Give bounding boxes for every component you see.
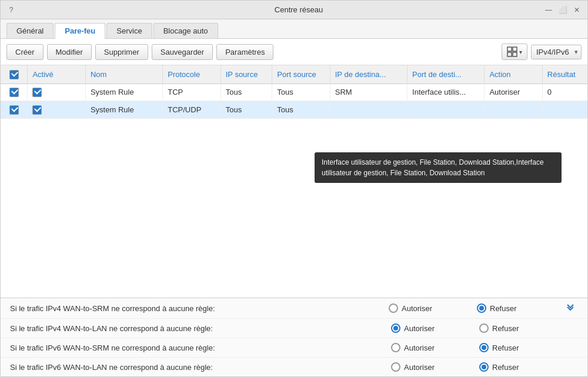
col-header-action[interactable]: Action <box>485 65 542 84</box>
maximize-icon[interactable]: ⬜ <box>558 5 567 15</box>
bottom-label-2: Si le trafic IPv4 WAN-to-LAN ne correspo… <box>10 324 391 333</box>
col-header-checked <box>1 65 28 84</box>
radio-label-4-refuser: Refuser <box>492 363 519 372</box>
toolbar: Créer Modifier Supprimer Sauvegarder Par… <box>1 39 587 65</box>
radio-group-3-autoriser: Autoriser <box>391 343 479 352</box>
radio-label-2-autoriser: Autoriser <box>404 324 435 333</box>
creer-button[interactable]: Créer <box>6 44 44 60</box>
radio-label-4-autoriser: Autoriser <box>404 363 435 372</box>
row1-checkbox[interactable] <box>9 88 19 97</box>
svg-rect-2 <box>507 52 512 56</box>
window-title: Centre réseau <box>54 5 544 14</box>
svg-rect-0 <box>507 47 512 51</box>
col-header-protocole[interactable]: Protocole <box>163 65 220 84</box>
radio-3-refuser[interactable] <box>479 343 489 352</box>
col-header-nom[interactable]: Nom <box>85 65 162 84</box>
radio-group-2-refuser: Refuser <box>479 323 567 333</box>
row2-portsource: Tous <box>272 101 330 119</box>
row2-portdest <box>407 101 485 119</box>
dropdown-arrow-icon: ▾ <box>519 49 522 55</box>
col-header-portdest[interactable]: Port de desti... <box>407 65 485 84</box>
tab-general[interactable]: Général <box>6 23 54 38</box>
row2-checkbox[interactable] <box>9 105 19 115</box>
col-header-ipsource[interactable]: IP source <box>220 65 272 84</box>
tab-service[interactable]: Service <box>106 23 152 38</box>
row2-nom: System Rule <box>85 101 162 119</box>
help-icon[interactable]: ? <box>6 5 16 15</box>
parametres-button[interactable]: Paramètres <box>216 44 273 60</box>
row2-protocole: TCP/UDP <box>163 101 220 119</box>
radio-group-2-autoriser: Autoriser <box>391 323 479 333</box>
radio-3-autoriser[interactable] <box>391 343 400 352</box>
row1-portsource: Tous <box>272 84 330 101</box>
row1-nom: System Rule <box>85 84 162 101</box>
radio-label-2-refuser: Refuser <box>492 324 519 333</box>
minimize-icon[interactable]: — <box>544 5 553 15</box>
supprimer-button[interactable]: Supprimer <box>95 44 148 60</box>
bottom-row-3: Si le trafic IPv6 WAN-to-SRM ne correspo… <box>1 338 587 358</box>
col-header-ipdest[interactable]: IP de destina... <box>330 65 407 84</box>
radio-group-4-refuser: Refuser <box>479 362 567 372</box>
header-checkbox[interactable] <box>9 70 19 79</box>
ipv-select[interactable]: IPv4/IPv6 IPv4 IPv6 <box>531 45 582 59</box>
bottom-label-3: Si le trafic IPv6 WAN-to-SRM ne correspo… <box>10 343 391 352</box>
view-toggle-button[interactable]: ▾ <box>502 44 527 60</box>
col-header-resultat[interactable]: Résultat <box>542 65 587 84</box>
title-bar-left: ? <box>6 5 54 15</box>
radio-2-refuser[interactable] <box>479 323 489 333</box>
radio-4-refuser[interactable] <box>479 362 489 372</box>
bottom-row-2: Si le trafic IPv4 WAN-to-LAN ne correspo… <box>1 319 587 338</box>
row1-resultat: 0 <box>542 84 587 101</box>
row2-ipsource: Tous <box>220 101 272 119</box>
main-content: Activé Nom Protocole IP source Port sour… <box>1 65 587 298</box>
radio-label-1-autoriser: Autoriser <box>402 304 432 313</box>
row2-active-checkbox[interactable] <box>32 105 42 115</box>
radio-group-1-refuser: Refuser <box>477 303 565 313</box>
bottom-label-1: Si le trafic IPv4 WAN-to-SRM ne correspo… <box>10 304 389 313</box>
rules-table: Activé Nom Protocole IP source Port sour… <box>1 65 587 119</box>
row2-action <box>485 101 542 119</box>
row1-ipdest: SRM <box>330 84 407 101</box>
col-header-active[interactable]: Activé <box>28 65 85 84</box>
row2-active-cell <box>28 101 85 119</box>
radio-label-3-refuser: Refuser <box>492 343 519 352</box>
tab-blocageauto[interactable]: Blocage auto <box>153 23 218 38</box>
row1-active-cell <box>28 84 85 101</box>
col-header-portsource[interactable]: Port source <box>272 65 330 84</box>
radio-label-1-refuser: Refuser <box>490 304 517 313</box>
svg-rect-1 <box>513 47 517 51</box>
title-bar: ? Centre réseau — ⬜ ✕ <box>1 1 587 19</box>
main-window: ? Centre réseau — ⬜ ✕ Général Pare-feu S… <box>0 0 588 377</box>
close-icon[interactable]: ✕ <box>572 5 582 15</box>
row2-ipdest <box>330 101 407 119</box>
tab-parefeu[interactable]: Pare-feu <box>55 23 105 39</box>
row1-ipsource: Tous <box>220 84 272 101</box>
radio-4-autoriser[interactable] <box>391 362 400 372</box>
sauvegarder-button[interactable]: Sauvegarder <box>152 44 213 60</box>
radio-1-autoriser[interactable] <box>389 303 398 313</box>
radio-group-4-autoriser: Autoriser <box>391 362 479 372</box>
table-header-row: Activé Nom Protocole IP source Port sour… <box>1 65 587 84</box>
table-container: Activé Nom Protocole IP source Port sour… <box>1 65 587 298</box>
radio-label-3-autoriser: Autoriser <box>404 343 435 352</box>
bottom-row-1: Si le trafic IPv4 WAN-to-SRM ne correspo… <box>1 298 587 319</box>
radio-1-refuser[interactable] <box>477 303 486 313</box>
radio-group-1-autoriser: Autoriser <box>389 303 477 313</box>
table-row[interactable]: System Rule TCP/UDP Tous Tous <box>1 101 587 119</box>
svg-rect-3 <box>513 52 517 56</box>
radio-2-autoriser[interactable] <box>391 323 400 333</box>
row1-portdest: Interface utilis... <box>407 84 485 101</box>
radio-group-3-refuser: Refuser <box>479 343 567 352</box>
row1-checkbox-cell <box>1 84 28 101</box>
row1-active-checkbox[interactable] <box>32 88 42 97</box>
grid-icon <box>507 46 517 57</box>
bottom-row-4: Si le trafic IPv6 WAN-to-LAN ne correspo… <box>1 358 587 376</box>
table-row[interactable]: System Rule TCP Tous Tous SRM Interface … <box>1 84 587 101</box>
window-controls: — ⬜ ✕ <box>544 5 582 15</box>
modifier-button[interactable]: Modifier <box>47 44 92 60</box>
expand-icon[interactable] <box>565 303 578 313</box>
row2-checkbox-cell <box>1 101 28 119</box>
tab-bar: Général Pare-feu Service Blocage auto <box>1 19 587 39</box>
row1-action: Autoriser <box>485 84 542 101</box>
ipv-select-wrapper: IPv4/IPv6 IPv4 IPv6 <box>531 45 582 59</box>
